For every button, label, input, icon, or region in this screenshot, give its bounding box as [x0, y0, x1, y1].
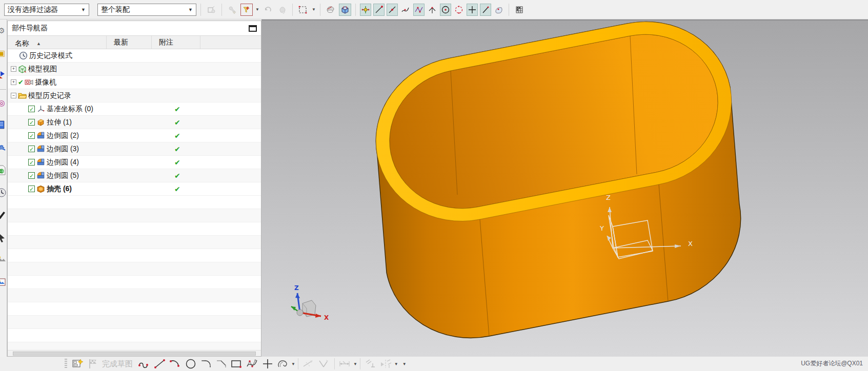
- sketch-in-task-button[interactable]: [70, 358, 86, 370]
- chamfer-tool[interactable]: [214, 358, 229, 370]
- tree-row-cameras[interactable]: + ✔ 摄像机: [8, 76, 261, 89]
- tree-row-model-views[interactable]: + 模型视图: [8, 63, 261, 76]
- tree-row-edge-blend-4[interactable]: ✓ 边倒圆 (4) ✔: [8, 156, 261, 169]
- grab-filter-icon[interactable]: [276, 4, 288, 16]
- expand-icon[interactable]: +: [11, 79, 16, 85]
- tree-row-shell[interactable]: ✓ 抽壳 (6) ✔: [8, 182, 261, 196]
- column-latest[interactable]: 最新: [107, 36, 152, 49]
- chevron-down-icon[interactable]: ▼: [402, 362, 407, 366]
- enable-snap-point-icon[interactable]: [360, 4, 371, 16]
- make-symmetric-tool[interactable]: [378, 358, 394, 370]
- toolbar-drag-handle[interactable]: [65, 359, 67, 369]
- point-snap-icon[interactable]: [467, 4, 478, 16]
- shaded-face-icon[interactable]: [325, 4, 337, 16]
- selection-filter-dropdown[interactable]: 没有选择过滤器 ▼: [4, 4, 89, 16]
- separator: [334, 358, 335, 369]
- document-icon[interactable]: [0, 165, 7, 176]
- midpoint-snap-icon[interactable]: [387, 4, 398, 16]
- finish-sketch-button[interactable]: [86, 358, 101, 370]
- history-clock-icon[interactable]: [0, 188, 7, 199]
- horizontal-scrollbar[interactable]: [8, 350, 261, 356]
- grid-icon[interactable]: [513, 4, 526, 16]
- filter-wrench-icon[interactable]: [226, 4, 238, 16]
- edge-blend-icon: [36, 171, 45, 180]
- tree-row-edge-blend-3[interactable]: ✓ 边倒圆 (3) ✔: [8, 142, 261, 156]
- empty-row: [8, 316, 261, 329]
- existing-point-snap-icon[interactable]: [480, 4, 491, 16]
- tree-row-extrude[interactable]: ✓ 拉伸 (1) ✔: [8, 116, 261, 129]
- point-tool[interactable]: [260, 358, 275, 370]
- bottom-strip: 完成草图 ▼ ▼ ▼ ▼ UG爱: [0, 357, 868, 371]
- quick-extend-tool[interactable]: [316, 358, 332, 370]
- rectangle-tool[interactable]: [229, 358, 245, 370]
- checkbox[interactable]: ✓: [28, 172, 35, 179]
- reset-filter-icon[interactable]: [261, 4, 274, 16]
- tree-row-edge-blend-5[interactable]: ✓ 边倒圆 (5) ✔: [8, 169, 261, 182]
- column-note[interactable]: 附注: [152, 36, 200, 49]
- shell-model[interactable]: [376, 22, 740, 338]
- left-toolbar: ⚙ ▣ ◎: [0, 19, 7, 357]
- selection-filter-value: 没有选择过滤器: [8, 5, 58, 14]
- circle-tool[interactable]: [183, 358, 198, 370]
- quick-trim-tool[interactable]: [301, 358, 316, 370]
- image-icon[interactable]: [0, 278, 7, 289]
- marquee-select-icon[interactable]: [297, 4, 309, 16]
- layers-icon[interactable]: [0, 70, 7, 81]
- add-filter-icon[interactable]: [240, 4, 253, 16]
- selection-scope-dropdown[interactable]: 整个装配 ▼: [97, 4, 196, 16]
- quadrant-snap-icon[interactable]: [453, 4, 465, 16]
- chevron-down-icon[interactable]: ▼: [291, 362, 295, 366]
- wcs-x-label: X: [688, 240, 693, 248]
- checkbox[interactable]: ✓: [28, 159, 35, 166]
- chevron-down-icon[interactable]: ▼: [312, 7, 316, 12]
- web-waves-icon[interactable]: [0, 142, 7, 154]
- intersection-snap-icon[interactable]: [427, 4, 438, 16]
- latest-check-icon: ✔: [174, 172, 180, 180]
- checkbox[interactable]: ✓: [28, 132, 35, 139]
- tree-row-edge-blend-2[interactable]: ✓ 边倒圆 (2) ✔: [8, 129, 261, 142]
- studio-spline-tool[interactable]: [245, 358, 260, 370]
- fillet-tool[interactable]: [198, 358, 214, 370]
- geometric-constraints-tool[interactable]: [363, 358, 378, 370]
- empty-row: [8, 262, 261, 276]
- navigator-book-icon[interactable]: [0, 120, 7, 131]
- assembly-constraints-icon[interactable]: [205, 4, 217, 16]
- graphics-viewport[interactable]: Z X Y Z X: [261, 19, 868, 357]
- target-icon[interactable]: ◎: [0, 97, 7, 109]
- chevron-down-icon[interactable]: ▼: [255, 7, 259, 12]
- pen-icon[interactable]: [0, 210, 7, 221]
- scrollbar-thumb[interactable]: [13, 352, 256, 356]
- arc-tool[interactable]: [168, 358, 183, 370]
- collapse-icon[interactable]: −: [11, 93, 16, 98]
- shaded-cube-icon[interactable]: [339, 4, 351, 16]
- expand-icon[interactable]: +: [11, 66, 16, 72]
- endpoint-snap-icon[interactable]: [373, 4, 385, 16]
- chevron-down-icon: ▼: [81, 7, 86, 12]
- chevron-down-icon[interactable]: ▼: [394, 362, 398, 366]
- profile-tool[interactable]: [137, 358, 152, 370]
- tree-row-history-mode[interactable]: 历史记录模式: [8, 49, 261, 63]
- point-on-face-snap-icon[interactable]: [493, 4, 504, 16]
- pole-snap-icon[interactable]: [413, 4, 425, 16]
- blocks-icon[interactable]: ▣: [0, 48, 7, 59]
- window-icon[interactable]: [249, 25, 257, 32]
- chevron-down-icon[interactable]: ▼: [353, 362, 357, 366]
- checkbox[interactable]: ✓: [28, 106, 35, 112]
- empty-rows: [8, 196, 261, 350]
- control-point-snap-icon[interactable]: [400, 4, 411, 16]
- column-name[interactable]: 名称 ▲: [8, 36, 107, 49]
- offset-curve-tool[interactable]: [275, 358, 291, 370]
- arc-center-snap-icon[interactable]: [440, 4, 451, 16]
- checkbox[interactable]: ✓: [28, 186, 35, 192]
- edge-blend-icon: [36, 158, 45, 167]
- rapid-dimension-tool[interactable]: [337, 358, 353, 370]
- scene-icon[interactable]: [0, 255, 7, 266]
- select-arrow-icon[interactable]: [0, 233, 7, 244]
- checkbox[interactable]: ✓: [28, 119, 35, 126]
- tree-row-datum-csys[interactable]: ✓ 基准坐标系 (0) ✔: [8, 102, 261, 116]
- roles-icon[interactable]: ⚙: [0, 25, 7, 36]
- column-extra[interactable]: [200, 36, 261, 49]
- line-tool[interactable]: [152, 358, 168, 370]
- tree-row-model-history[interactable]: − 模型历史记录: [8, 89, 261, 102]
- checkbox[interactable]: ✓: [28, 146, 35, 152]
